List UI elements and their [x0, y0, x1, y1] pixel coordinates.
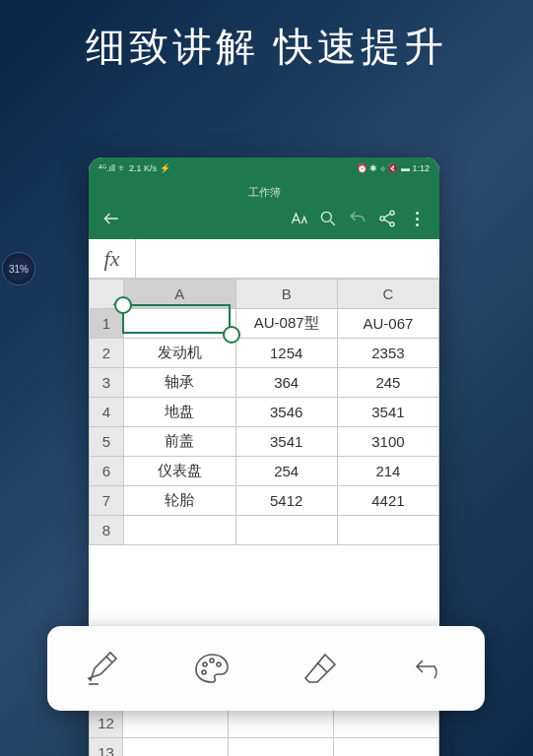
row-header[interactable]: 12: [90, 709, 123, 738]
status-left: ⁴ᴳ.ıll ᯤ 2.1 K/s ⚡: [99, 163, 170, 173]
cell[interactable]: 4421: [337, 486, 438, 516]
cell-c1[interactable]: AU-067: [337, 309, 438, 339]
cell[interactable]: 轴承: [124, 368, 236, 398]
palette-icon[interactable]: [189, 646, 234, 691]
col-header-a[interactable]: A: [124, 280, 236, 309]
svg-point-7: [202, 670, 206, 674]
svg-point-6: [217, 662, 221, 666]
cell[interactable]: 前盖: [124, 427, 236, 457]
pencil-icon[interactable]: [80, 646, 125, 691]
svg-point-5: [210, 659, 214, 662]
formula-bar: fx: [89, 239, 439, 279]
app-title: 工作簿: [89, 185, 439, 208]
undo-icon[interactable]: [347, 208, 368, 229]
annotation-toolbar: [47, 626, 485, 711]
cell[interactable]: [124, 516, 236, 545]
cell[interactable]: 3541: [337, 398, 438, 427]
row-header[interactable]: 13: [90, 738, 123, 757]
status-bar: ⁴ᴳ.ıll ᯤ 2.1 K/s ⚡ ⏰ ✱ ⟐ 🔇 ▬ 1:12: [89, 158, 439, 179]
svg-point-4: [203, 662, 207, 666]
cell[interactable]: 2353: [337, 339, 438, 368]
cell[interactable]: 3100: [337, 427, 438, 457]
progress-badge: 31%: [2, 252, 35, 285]
search-icon[interactable]: [317, 208, 339, 229]
selection-handle-tl[interactable]: [114, 296, 132, 314]
font-icon[interactable]: [288, 208, 309, 229]
formula-input[interactable]: [136, 239, 439, 278]
back-button[interactable]: [100, 208, 122, 229]
cell-a1[interactable]: [124, 309, 236, 339]
row-header[interactable]: 2: [90, 339, 124, 368]
cell[interactable]: 364: [235, 368, 337, 398]
cell[interactable]: 245: [337, 368, 438, 398]
col-header-b[interactable]: B: [235, 280, 337, 309]
more-icon[interactable]: [406, 208, 428, 229]
cell[interactable]: [337, 516, 438, 545]
cell[interactable]: [235, 516, 337, 545]
undo-icon[interactable]: [408, 646, 453, 691]
row-header[interactable]: 7: [90, 486, 124, 516]
cell[interactable]: 1254: [235, 339, 337, 368]
fx-label[interactable]: fx: [89, 239, 136, 278]
row-header[interactable]: 8: [90, 516, 124, 545]
cell[interactable]: 3541: [235, 427, 337, 457]
cell[interactable]: 轮胎: [124, 486, 236, 516]
cell[interactable]: 214: [337, 457, 438, 486]
row-header[interactable]: 4: [90, 398, 124, 427]
eraser-icon[interactable]: [299, 646, 344, 691]
row-header[interactable]: 6: [90, 457, 124, 486]
row-header[interactable]: 3: [90, 368, 124, 398]
page-title: 细致讲解 快速提升: [0, 0, 533, 84]
cell-b1[interactable]: AU-087型: [235, 309, 337, 339]
cell[interactable]: 3546: [235, 398, 337, 427]
svg-point-0: [321, 212, 331, 221]
col-header-c[interactable]: C: [337, 280, 438, 309]
status-right: ⏰ ✱ ⟐ 🔇 ▬ 1:12: [357, 163, 430, 173]
cell[interactable]: 5412: [235, 486, 337, 516]
app-header: 工作簿: [89, 179, 439, 239]
cell[interactable]: 地盘: [124, 398, 236, 427]
row-header[interactable]: 5: [90, 427, 124, 457]
share-icon[interactable]: [376, 208, 398, 229]
selection-handle-br[interactable]: [223, 326, 240, 344]
spreadsheet[interactable]: A B C 1 AU-087型 AU-067 2 发动机 1254 2353 3…: [89, 279, 439, 545]
app-toolbar: [89, 208, 439, 229]
cell[interactable]: 仪表盘: [124, 457, 236, 486]
cell[interactable]: 254: [235, 457, 337, 486]
cell[interactable]: 发动机: [124, 339, 236, 368]
